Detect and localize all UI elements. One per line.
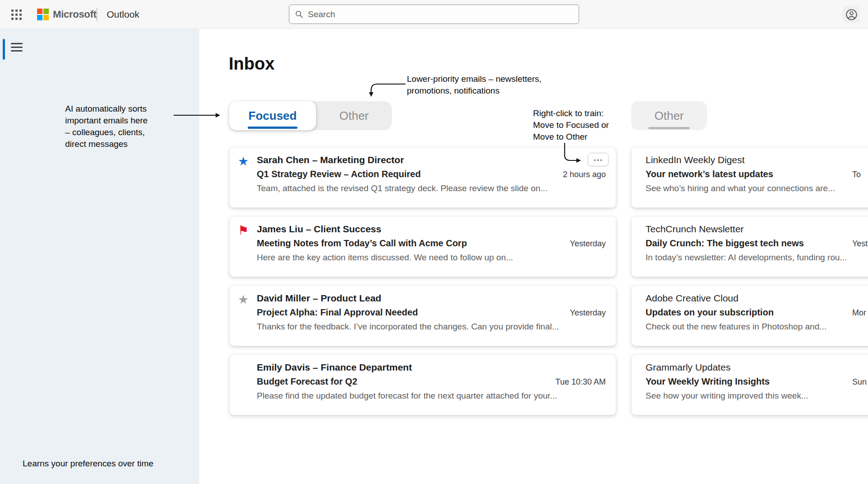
person-icon: [845, 9, 858, 21]
annotation-train-note: Right-click to train: Move to Focused or…: [533, 108, 609, 143]
email-preview: Check out the new features in Photoshop …: [646, 322, 868, 332]
email-row-james-liu[interactable]: ⚑ James Liu – Client Success Meeting Not…: [229, 216, 616, 277]
hamburger-icon: [11, 43, 25, 52]
email-row-sarah-chen[interactable]: ★ Sarah Chen – Marketing Director Q1 Str…: [229, 147, 616, 208]
email-sender: David Miller – Product Lead: [257, 293, 381, 303]
annotation-learning-note: Learns your preferences over time: [23, 458, 153, 470]
email-time: Yesterday: [570, 239, 606, 249]
email-preview: Team, attached is the revised Q1 strateg…: [257, 183, 606, 193]
header-divider: [97, 8, 97, 21]
icon-placeholder: [238, 362, 257, 408]
email-preview: Here are the key action items discussed.…: [257, 253, 606, 263]
page-title: Inbox: [229, 54, 274, 74]
search-input[interactable]: [308, 9, 573, 19]
focused-active-underline: [248, 127, 297, 129]
inbox-view: Inbox Focused Other ★ Sarah Chen – Marke…: [199, 29, 868, 484]
microsoft-squares-icon: [37, 9, 49, 20]
account-button[interactable]: [843, 6, 860, 23]
waffle-icon: [11, 9, 22, 20]
email-subject: Q1 Strategy Review – Action Required: [257, 169, 421, 179]
email-row-grammarly[interactable]: Grammarly Updates Your Weekly Writing In…: [631, 354, 868, 415]
email-sender: Sarah Chen – Marketing Director: [257, 155, 404, 165]
email-preview: See who’s hiring and what your connectio…: [646, 183, 868, 193]
email-preview: In today’s newsletter: AI developments, …: [646, 253, 868, 263]
star-icon[interactable]: ★: [238, 155, 257, 200]
email-row-linkedin[interactable]: LinkedIn Weekly Digest Your network’s la…: [631, 147, 868, 208]
email-time: Mor: [852, 308, 866, 318]
microsoft-logo[interactable]: Microsoft: [37, 0, 96, 29]
email-time: Yesterday: [570, 308, 606, 318]
other-email-list: LinkedIn Weekly Digest Your network’s la…: [631, 147, 868, 423]
email-subject: Project Alpha: Final Approval Needed: [257, 307, 418, 318]
email-content: Emily Davis – Finance Department Budget …: [257, 362, 606, 408]
annotation-focused-note: AI automatically sorts important emails …: [65, 103, 183, 150]
email-row-emily-davis[interactable]: Emily Davis – Finance Department Budget …: [229, 354, 616, 415]
email-preview: See how your writing improved this week.…: [646, 391, 868, 401]
email-time: Sun: [852, 377, 867, 387]
other-underline: [648, 127, 690, 129]
email-row-techcrunch[interactable]: TechCrunch Newsletter Daily Crunch: The …: [631, 216, 868, 277]
email-time: To: [852, 170, 861, 179]
tab-focused[interactable]: Focused: [229, 101, 316, 130]
email-content: James Liu – Client Success Meeting Notes…: [257, 224, 606, 269]
email-row-adobe[interactable]: Adobe Creative Cloud Updates on your sub…: [631, 285, 868, 346]
email-content: David Miller – Product Lead Project Alph…: [257, 293, 606, 338]
focused-email-list: ★ Sarah Chen – Marketing Director Q1 Str…: [229, 147, 616, 423]
email-sender: Grammarly Updates: [646, 362, 868, 373]
email-subject: Your Weekly Writing Insights: [646, 376, 769, 386]
email-sender: LinkedIn Weekly Digest: [646, 155, 868, 165]
email-sender: James Liu – Client Success: [257, 224, 381, 234]
app-title: Outlook: [107, 0, 139, 29]
annotation-other-note: Lower-priority emails – newsletters, pro…: [407, 73, 542, 97]
email-row-david-miller[interactable]: ★ David Miller – Product Lead Project Al…: [229, 285, 616, 346]
email-sender: TechCrunch Newsletter: [646, 224, 868, 235]
email-subject: Budget Forecast for Q2: [257, 376, 357, 387]
inbox-tabs: Focused Other: [229, 101, 392, 130]
email-subject: Updates on your subscription: [646, 307, 774, 317]
email-sender: Adobe Creative Cloud: [646, 293, 868, 304]
email-content: Sarah Chen – Marketing Director Q1 Strat…: [257, 155, 606, 200]
tab-other-label: Other: [339, 109, 368, 123]
email-time: Tue 10:30 AM: [556, 377, 606, 387]
email-sender: Emily Davis – Finance Department: [257, 362, 412, 372]
other-panel-tab-label: Other: [654, 109, 684, 123]
active-indicator: [3, 39, 5, 60]
search-bar[interactable]: [289, 5, 579, 24]
email-preview: Thanks for the feedback. I’ve incorporat…: [257, 322, 606, 332]
email-subject: Daily Crunch: The biggest tech news: [646, 238, 804, 248]
email-subject: Your network’s latest updates: [646, 169, 773, 179]
email-time: 2 hours ago: [563, 170, 606, 179]
flag-icon[interactable]: ⚑: [238, 224, 257, 269]
menu-toggle-button[interactable]: [11, 42, 25, 54]
top-bar: Microsoft Outlook: [0, 0, 868, 29]
email-preview: Please find the updated budget forecast …: [257, 391, 606, 401]
email-subject: Meeting Notes from Today’s Call with Acm…: [257, 238, 467, 249]
sidebar: [0, 29, 199, 484]
app-launcher-button[interactable]: [7, 5, 25, 23]
tab-other[interactable]: Other: [316, 101, 392, 130]
search-icon: [295, 10, 303, 19]
star-icon[interactable]: ★: [238, 293, 257, 338]
email-time: Yest: [852, 239, 868, 249]
brand-text: Microsoft: [53, 9, 96, 20]
tab-focused-label: Focused: [249, 109, 297, 123]
more-options-button[interactable]: ⋯: [588, 153, 609, 166]
other-panel-tab[interactable]: Other: [631, 101, 707, 130]
